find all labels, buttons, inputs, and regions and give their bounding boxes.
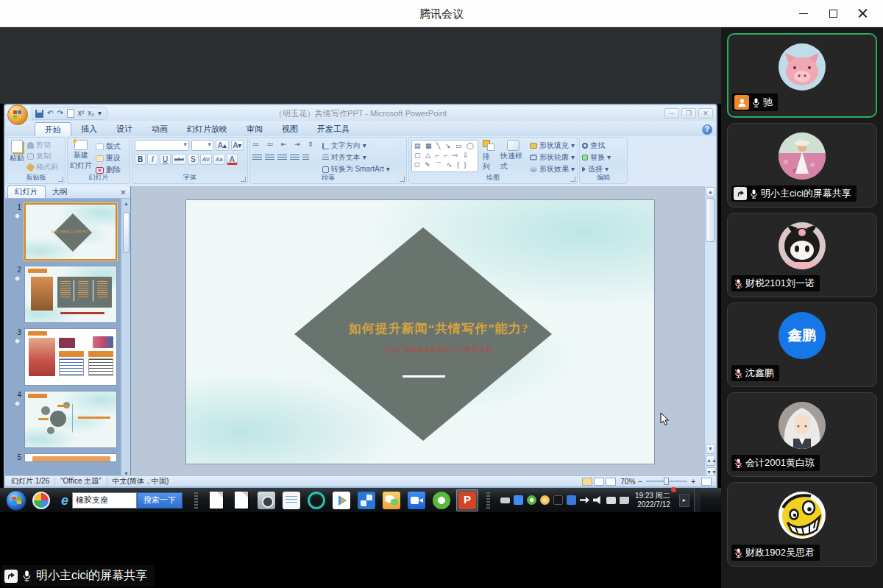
input-method-tray-icon[interactable] [553, 495, 563, 505]
browser-tray-icon[interactable] [527, 495, 536, 505]
redo-icon[interactable]: ↷ [57, 108, 63, 118]
grow-font-button[interactable]: A▴ [216, 140, 229, 151]
slide-thumbnail-2[interactable] [24, 266, 117, 323]
align-text-button[interactable]: 对齐文本 ▾ [322, 152, 390, 163]
display-tray-icon[interactable] [606, 497, 616, 504]
tab-view[interactable]: 视图 [272, 122, 308, 136]
pane-scroll-thumb[interactable] [123, 212, 130, 253]
scroll-down-button[interactable]: ▼ [706, 444, 715, 454]
sync-tray-icon[interactable] [567, 495, 576, 505]
clipboard-dialog-launcher[interactable] [58, 177, 63, 182]
slide-thumbnail-1[interactable]: 如何提升新闻“共情写作”能力? [24, 203, 117, 261]
start-button[interactable] [6, 490, 26, 511]
slide-title[interactable]: 如何提升新闻“共情写作”能力? [252, 320, 625, 337]
character-spacing-button[interactable]: AV [200, 154, 212, 165]
pane-tab-outline[interactable]: 大纲 [46, 186, 74, 198]
pane-scrollbar[interactable]: ▲ ▼ [121, 199, 130, 478]
tab-insert[interactable]: 插入 [71, 122, 107, 136]
slide-thumbnail-4[interactable] [24, 391, 117, 448]
new-slide-button[interactable]: 新建 幻灯片 [70, 140, 92, 175]
replace-button[interactable]: 替换 ▾ [582, 152, 625, 163]
previous-slide-button[interactable]: ▲▲ [706, 456, 715, 466]
zoom-in-button[interactable]: + [691, 478, 695, 486]
shape-fill-button[interactable]: 形状填充 ▾ [530, 141, 575, 151]
powerpoint-taskbar-icon[interactable] [458, 492, 476, 509]
tab-design[interactable]: 设计 [107, 122, 142, 136]
tab-developer[interactable]: 开发工具 [308, 122, 359, 136]
participant-tile[interactable]: 财税2101刘一诺 [727, 213, 877, 297]
layout-button[interactable]: 版式 [96, 141, 121, 152]
bold-button[interactable]: B [135, 154, 146, 165]
save-icon[interactable] [35, 110, 43, 118]
coin-tray-icon[interactable] [540, 495, 550, 505]
taskbar-clock[interactable]: 19:23 周二 2022/7/12 [635, 492, 675, 509]
slide-edit-area[interactable]: 如何提升新闻“共情写作”能力? 江苏广电融媒体新闻中心记者 明玉花 [131, 186, 707, 478]
drawing-dialog-launcher[interactable] [570, 177, 575, 182]
zoom-slider[interactable] [646, 481, 687, 482]
office-button[interactable] [7, 105, 28, 125]
current-slide[interactable]: 如何提升新闻“共情写作”能力? 江苏广电融媒体新闻中心记者 明玉花 [186, 200, 654, 464]
text-shadow-button[interactable]: S [188, 154, 199, 165]
shape-outline-button[interactable]: 形状轮廓 ▾ [530, 152, 575, 163]
format-painter-button[interactable]: 格式刷 [27, 162, 58, 172]
photo-app-icon[interactable] [258, 492, 275, 509]
scroll-up-icon[interactable]: ▲ [121, 199, 131, 208]
subscript-button[interactable]: x₂ [88, 108, 94, 118]
slide-subtitle[interactable]: 江苏广电融媒体新闻中心记者 明玉花 [252, 345, 625, 355]
network-tray-icon[interactable] [620, 497, 629, 504]
scroll-up-button[interactable]: ▲ [706, 187, 715, 197]
fit-to-window-button[interactable] [701, 478, 712, 486]
pane-close-icon[interactable]: ✕ [118, 188, 128, 197]
font-size-select[interactable]: ▾ [191, 140, 213, 151]
hidden-icons-button[interactable]: ▸ [679, 494, 689, 507]
undo-icon[interactable]: ↶ [47, 108, 53, 118]
slideshow-view-button[interactable] [606, 478, 616, 486]
ie-icon[interactable]: e [57, 493, 72, 508]
slide-thumbnail-3[interactable] [24, 328, 117, 386]
shrink-font-button[interactable]: A▾ [231, 140, 244, 151]
usb-tray-icon[interactable] [580, 495, 589, 505]
font-dialog-launcher[interactable] [241, 177, 246, 182]
qat-customize-icon[interactable]: ▾ [98, 108, 102, 118]
tab-slideshow[interactable]: 幻灯片放映 [177, 122, 237, 136]
strikethrough-button[interactable]: abc [172, 154, 186, 165]
keyboard-tray-icon[interactable] [500, 497, 510, 503]
paragraph-dialog-launcher[interactable] [400, 177, 405, 182]
tencent-video-icon[interactable] [333, 492, 350, 509]
search-input[interactable] [72, 492, 137, 509]
tab-review[interactable]: 审阅 [237, 122, 272, 136]
slide-scrollbar[interactable]: ▲ ▼ ▲▲ ▼▼ [704, 186, 716, 478]
ppt-minimize-button[interactable]: – [664, 108, 679, 118]
document-icon[interactable] [210, 492, 223, 509]
slide-thumbnail-5[interactable] [24, 453, 117, 462]
shapes-gallery[interactable]: ▤ ▦ ╲ ↘ ▭ ◯ ▢ △ ⌐ ⌐ ⇨ ⇩ ⬠ ✎ ⌒ ∿ { } [411, 140, 478, 172]
quick-styles-button[interactable]: 快速样式 [500, 140, 525, 174]
blue-grid-app-icon[interactable] [358, 492, 375, 509]
copy-button[interactable]: 复制 [27, 151, 58, 161]
find-button[interactable]: 查找 [582, 141, 625, 151]
scroll-thumb[interactable] [706, 198, 715, 242]
show-desktop-button[interactable] [694, 488, 701, 512]
justify-button[interactable] [290, 155, 299, 161]
print-preview-icon[interactable] [67, 109, 74, 118]
tencent-meeting-taskbar-icon[interactable] [408, 492, 425, 509]
align-left-button[interactable] [252, 155, 262, 161]
font-name-select[interactable]: ▾ [135, 140, 189, 151]
superscript-button[interactable]: x² [78, 108, 84, 118]
zoom-out-button[interactable]: − [638, 478, 642, 486]
tab-animation[interactable]: 动画 [142, 122, 177, 136]
tab-home[interactable]: 开始 [35, 122, 71, 136]
language-status[interactable]: 中文(简体，中国) [113, 476, 169, 486]
pinwheel-app-icon[interactable] [32, 492, 50, 509]
wechat-icon[interactable] [383, 492, 400, 509]
help-button[interactable]: ? [702, 124, 712, 135]
volume-tray-icon[interactable] [593, 495, 603, 505]
italic-button[interactable]: I [147, 154, 158, 165]
font-color-button[interactable]: A [227, 154, 238, 165]
text-direction-button[interactable]: 文字方向 ▾ [322, 141, 390, 151]
underline-button[interactable]: U [160, 154, 171, 165]
participant-tile[interactable]: 鑫鹏 沈鑫鹏 [727, 302, 877, 387]
zoom-slider-thumb[interactable] [664, 478, 669, 485]
arrange-button[interactable]: 排列 [483, 140, 496, 174]
close-button[interactable] [848, 0, 877, 27]
